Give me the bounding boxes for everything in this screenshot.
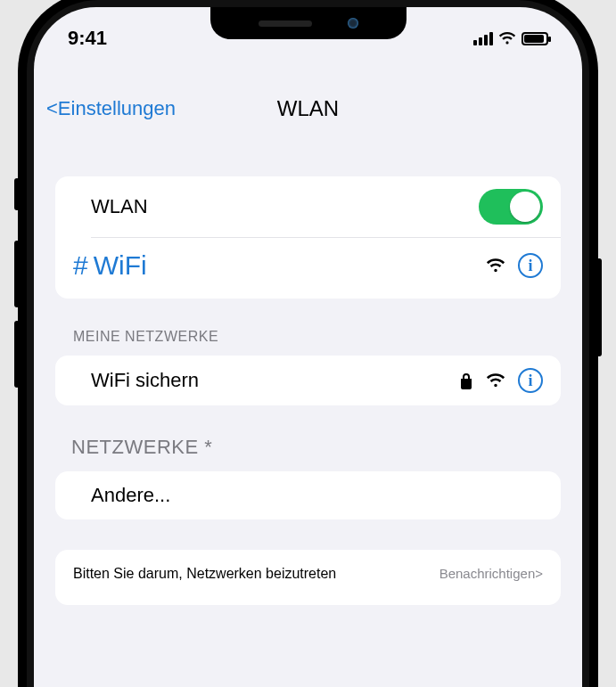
info-icon[interactable]: i	[518, 253, 543, 278]
wifi-signal-icon	[486, 258, 505, 274]
other-network-row[interactable]: Andere...	[55, 471, 561, 519]
other-networks-header: NETZWERKE *	[55, 436, 561, 471]
connected-network-name: WiFi	[94, 250, 147, 280]
my-networks-card: WiFi sichern i	[55, 356, 561, 405]
back-button[interactable]: <Einstellungen	[46, 97, 176, 120]
wifi-signal-icon	[486, 372, 505, 388]
wlan-label: WLAN	[91, 195, 148, 218]
ask-to-join-card: Bitten Sie darum, Netzwerken beizutreten…	[55, 550, 561, 605]
ask-to-join-value: Benachrichtigen>	[439, 566, 543, 581]
network-row[interactable]: WiFi sichern i	[55, 356, 561, 405]
status-bar: 9:41	[34, 7, 582, 57]
wifi-icon	[498, 31, 516, 45]
status-time: 9:41	[68, 27, 107, 50]
info-icon[interactable]: i	[518, 368, 543, 393]
connected-prefix: #	[73, 250, 88, 280]
wlan-toggle[interactable]	[479, 189, 543, 225]
ask-to-join-label: Bitten Sie darum, Netzwerken beizutreten	[73, 564, 336, 584]
wlan-card: WLAN #WiFi i	[55, 176, 561, 299]
ask-to-join-row[interactable]: Bitten Sie darum, Netzwerken beizutreten…	[55, 550, 561, 605]
screen: 9:41 <Einstellungen WLAN	[34, 7, 582, 687]
battery-icon	[522, 32, 548, 45]
phone-frame: 9:41 <Einstellungen WLAN	[18, 0, 598, 687]
cellular-icon	[473, 32, 493, 45]
network-name: WiFi sichern	[91, 369, 199, 392]
wlan-toggle-row: WLAN	[55, 176, 561, 237]
other-networks-card: Andere...	[55, 471, 561, 519]
lock-icon	[459, 372, 473, 389]
connected-network-row[interactable]: #WiFi i	[55, 238, 561, 299]
my-networks-header: MEINE NETZWERKE	[55, 329, 561, 356]
other-label: Andere...	[91, 484, 170, 507]
nav-header: <Einstellungen WLAN	[34, 96, 582, 121]
